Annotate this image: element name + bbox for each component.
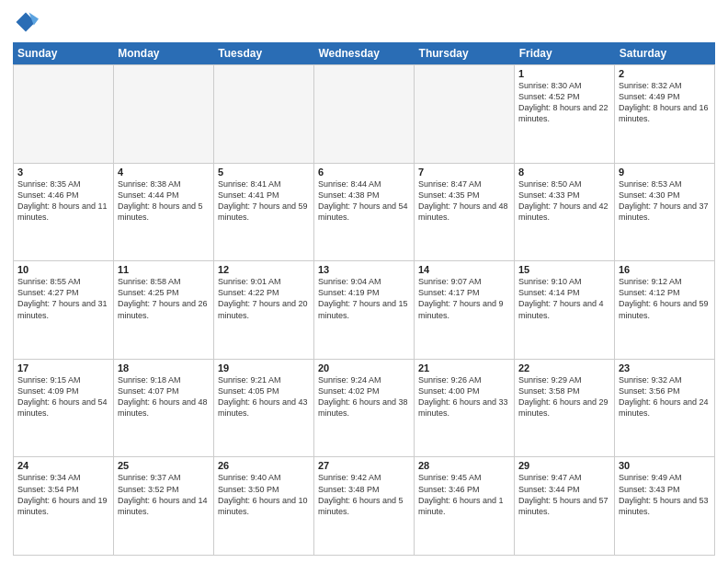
cell-info: Sunrise: 9:42 AM Sunset: 3:48 PM Dayligh… [318,472,410,517]
cell-info: Sunrise: 9:32 AM Sunset: 3:56 PM Dayligh… [619,374,711,419]
day-number: 6 [318,167,410,178]
cal-cell: 27Sunrise: 9:42 AM Sunset: 3:48 PM Dayli… [314,457,415,555]
day-number: 9 [619,167,711,178]
cell-info: Sunrise: 9:45 AM Sunset: 3:46 PM Dayligh… [418,472,510,517]
cell-info: Sunrise: 9:01 AM Sunset: 4:22 PM Dayligh… [218,276,310,321]
header-day-sunday: Sunday [13,42,113,64]
day-number: 7 [418,167,510,178]
cal-cell: 30Sunrise: 9:49 AM Sunset: 3:43 PM Dayli… [615,457,715,555]
cell-info: Sunrise: 8:53 AM Sunset: 4:30 PM Dayligh… [619,178,711,224]
day-number: 30 [619,460,711,471]
calendar: SundayMondayTuesdayWednesdayThursdayFrid… [13,42,715,556]
day-number: 17 [17,362,109,373]
logo-icon [13,9,39,35]
cell-info: Sunrise: 8:50 AM Sunset: 4:33 PM Dayligh… [518,178,610,224]
page: SundayMondayTuesdayWednesdayThursdayFrid… [0,0,728,563]
day-number: 22 [518,362,610,373]
cal-cell: 18Sunrise: 9:18 AM Sunset: 4:07 PM Dayli… [114,360,214,457]
cell-info: Sunrise: 9:10 AM Sunset: 4:14 PM Dayligh… [518,276,610,321]
cal-cell: 6Sunrise: 8:44 AM Sunset: 4:38 PM Daylig… [314,164,415,261]
cal-cell: 4Sunrise: 8:38 AM Sunset: 4:44 PM Daylig… [114,164,214,261]
cal-cell: 25Sunrise: 9:37 AM Sunset: 3:52 PM Dayli… [114,457,214,555]
cell-info: Sunrise: 9:18 AM Sunset: 4:07 PM Dayligh… [118,374,210,419]
header-day-thursday: Thursday [415,42,515,64]
day-number: 23 [619,362,711,373]
cal-cell [114,65,214,163]
header-day-wednesday: Wednesday [313,42,414,64]
cell-info: Sunrise: 9:26 AM Sunset: 4:00 PM Dayligh… [418,374,510,419]
day-number: 24 [17,460,109,471]
day-number: 10 [17,264,109,275]
day-number: 4 [118,167,210,178]
day-number: 13 [318,264,410,275]
day-number: 19 [218,362,310,373]
cal-cell: 2Sunrise: 8:32 AM Sunset: 4:49 PM Daylig… [615,65,715,163]
cell-info: Sunrise: 8:55 AM Sunset: 4:27 PM Dayligh… [17,276,109,321]
day-number: 20 [318,362,410,373]
day-number: 8 [518,167,610,178]
day-number: 25 [118,460,210,471]
cal-cell: 21Sunrise: 9:26 AM Sunset: 4:00 PM Dayli… [415,360,515,457]
day-number: 16 [619,264,711,275]
cal-cell: 13Sunrise: 9:04 AM Sunset: 4:19 PM Dayli… [314,261,415,359]
cal-row-1: 3Sunrise: 8:35 AM Sunset: 4:46 PM Daylig… [14,164,715,262]
cal-cell: 17Sunrise: 9:15 AM Sunset: 4:09 PM Dayli… [14,360,114,457]
cal-cell: 15Sunrise: 9:10 AM Sunset: 4:14 PM Dayli… [515,261,615,359]
cal-cell: 10Sunrise: 8:55 AM Sunset: 4:27 PM Dayli… [14,261,114,359]
cell-info: Sunrise: 8:47 AM Sunset: 4:35 PM Dayligh… [418,178,510,224]
day-number: 1 [518,68,610,79]
cal-cell [214,65,314,163]
cal-cell: 26Sunrise: 9:40 AM Sunset: 3:50 PM Dayli… [214,457,314,555]
cal-cell: 28Sunrise: 9:45 AM Sunset: 3:46 PM Dayli… [415,457,515,555]
cal-row-2: 10Sunrise: 8:55 AM Sunset: 4:27 PM Dayli… [14,261,715,360]
cell-info: Sunrise: 8:30 AM Sunset: 4:52 PM Dayligh… [518,80,610,125]
header-day-friday: Friday [515,42,615,64]
cell-info: Sunrise: 8:32 AM Sunset: 4:49 PM Dayligh… [619,80,711,125]
cell-info: Sunrise: 8:44 AM Sunset: 4:38 PM Dayligh… [318,178,410,224]
calendar-header: SundayMondayTuesdayWednesdayThursdayFrid… [13,42,715,64]
cal-cell: 14Sunrise: 9:07 AM Sunset: 4:17 PM Dayli… [415,261,515,359]
day-number: 3 [17,167,109,178]
cal-cell: 5Sunrise: 8:41 AM Sunset: 4:41 PM Daylig… [214,164,314,261]
cal-cell: 24Sunrise: 9:34 AM Sunset: 3:54 PM Dayli… [14,457,114,555]
header-day-monday: Monday [113,42,213,64]
cell-info: Sunrise: 9:49 AM Sunset: 3:43 PM Dayligh… [619,472,711,517]
cal-cell: 16Sunrise: 9:12 AM Sunset: 4:12 PM Dayli… [615,261,715,359]
cell-info: Sunrise: 9:15 AM Sunset: 4:09 PM Dayligh… [17,374,109,419]
cal-cell: 1Sunrise: 8:30 AM Sunset: 4:52 PM Daylig… [515,65,615,163]
day-number: 2 [619,68,711,79]
cal-cell: 11Sunrise: 8:58 AM Sunset: 4:25 PM Dayli… [114,261,214,359]
day-number: 26 [218,460,310,471]
cell-info: Sunrise: 9:47 AM Sunset: 3:44 PM Dayligh… [518,472,610,517]
cal-row-4: 24Sunrise: 9:34 AM Sunset: 3:54 PM Dayli… [14,457,715,556]
cell-info: Sunrise: 8:35 AM Sunset: 4:46 PM Dayligh… [17,178,109,224]
cal-cell: 19Sunrise: 9:21 AM Sunset: 4:05 PM Dayli… [214,360,314,457]
cal-cell: 8Sunrise: 8:50 AM Sunset: 4:33 PM Daylig… [515,164,615,261]
day-number: 15 [518,264,610,275]
cell-info: Sunrise: 9:24 AM Sunset: 4:02 PM Dayligh… [318,374,410,419]
cell-info: Sunrise: 9:34 AM Sunset: 3:54 PM Dayligh… [17,472,109,517]
cell-info: Sunrise: 9:12 AM Sunset: 4:12 PM Dayligh… [619,276,711,321]
day-number: 21 [418,362,510,373]
header [13,9,715,35]
cell-info: Sunrise: 8:41 AM Sunset: 4:41 PM Dayligh… [218,178,310,224]
cell-info: Sunrise: 9:40 AM Sunset: 3:50 PM Dayligh… [218,472,310,517]
calendar-body: 1Sunrise: 8:30 AM Sunset: 4:52 PM Daylig… [13,64,715,556]
cal-cell [314,65,415,163]
cell-info: Sunrise: 9:04 AM Sunset: 4:19 PM Dayligh… [318,276,410,321]
cal-cell: 9Sunrise: 8:53 AM Sunset: 4:30 PM Daylig… [615,164,715,261]
cal-cell: 12Sunrise: 9:01 AM Sunset: 4:22 PM Dayli… [214,261,314,359]
day-number: 18 [118,362,210,373]
cal-cell: 7Sunrise: 8:47 AM Sunset: 4:35 PM Daylig… [415,164,515,261]
day-number: 29 [518,460,610,471]
cal-cell: 23Sunrise: 9:32 AM Sunset: 3:56 PM Dayli… [615,360,715,457]
cell-info: Sunrise: 8:38 AM Sunset: 4:44 PM Dayligh… [118,178,210,224]
cell-info: Sunrise: 9:07 AM Sunset: 4:17 PM Dayligh… [418,276,510,321]
cal-cell [14,65,114,163]
header-day-saturday: Saturday [615,42,715,64]
header-day-tuesday: Tuesday [213,42,313,64]
cell-info: Sunrise: 9:29 AM Sunset: 3:58 PM Dayligh… [518,374,610,419]
cell-info: Sunrise: 8:58 AM Sunset: 4:25 PM Dayligh… [118,276,210,321]
day-number: 5 [218,167,310,178]
cell-info: Sunrise: 9:21 AM Sunset: 4:05 PM Dayligh… [218,374,310,419]
